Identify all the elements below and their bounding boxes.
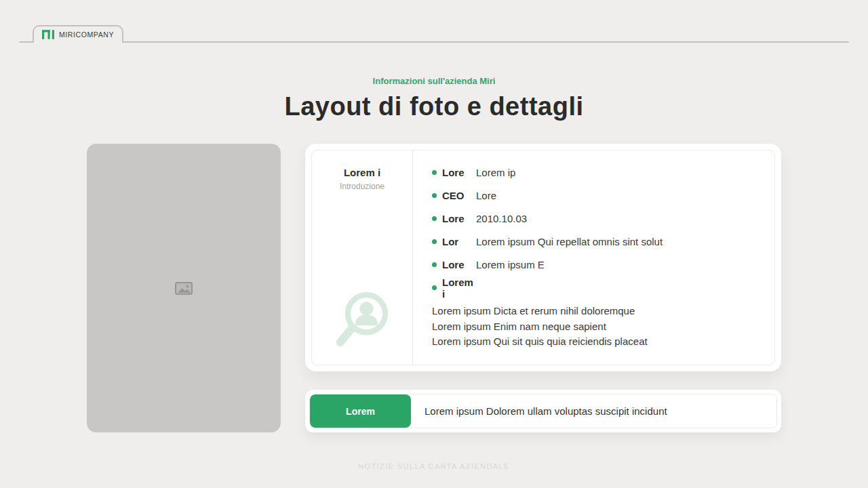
paragraph-line: Lorem ipsum Enim nam neque sapient xyxy=(432,319,761,335)
detail-value: Lore xyxy=(476,190,496,201)
detail-row: Lore Lorem ip xyxy=(432,165,761,180)
bullet-icon xyxy=(432,239,437,244)
detail-label: Lor xyxy=(442,236,476,247)
detail-value: Lorem ipsum E xyxy=(476,259,545,270)
paragraph-line: Lorem ipsum Dicta et rerum nihil dolorem… xyxy=(432,304,761,319)
eyebrow-text: Informazioni sull'azienda Miri xyxy=(0,76,868,86)
detail-label: Lore xyxy=(442,167,476,178)
photo-placeholder xyxy=(87,144,281,432)
cta-text: Lorem ipsum Dolorem ullam voluptas susci… xyxy=(425,394,667,428)
detail-row: Lorem i xyxy=(432,281,761,295)
details-paragraph: Lorem ipsum Dicta et rerum nihil dolorem… xyxy=(432,304,761,350)
bullet-icon xyxy=(432,193,437,198)
details-card: Lorem i Introduzione Lore Lorem ip CEO L… xyxy=(305,144,781,371)
detail-label: Lore xyxy=(442,213,476,224)
detail-row: Lor Lorem ipsum Qui repellat omnis sint … xyxy=(432,235,761,249)
details-column: Lore Lorem ip CEO Lore Lore 2010.10.03 L… xyxy=(413,150,774,365)
detail-value: Lorem ipsum Qui repellat omnis sint solu… xyxy=(476,236,663,247)
detail-row: Lore Lorem ipsum E xyxy=(432,258,761,272)
bullet-icon xyxy=(432,216,437,221)
person-search-icon xyxy=(331,286,393,355)
details-list: Lore Lorem ip CEO Lore Lore 2010.10.03 L… xyxy=(432,165,761,295)
detail-value: Lorem ip xyxy=(476,167,515,178)
bullet-icon xyxy=(432,170,437,175)
footer-note: NOTIZIE SULLA CARTA AZIENDALE xyxy=(0,462,868,470)
detail-value: 2010.10.03 xyxy=(476,213,527,224)
cta-button[interactable]: Lorem xyxy=(310,394,411,428)
profile-column: Lorem i Introduzione xyxy=(312,150,412,365)
image-placeholder-icon xyxy=(173,279,195,298)
detail-row: CEO Lore xyxy=(432,188,761,203)
company-tab[interactable]: MIRICOMPANY xyxy=(33,25,123,43)
paragraph-line: Lorem ipsum Qui sit quis quia reiciendis… xyxy=(432,334,761,350)
detail-row: Lore 2010.10.03 xyxy=(432,211,761,226)
bullet-icon xyxy=(432,262,437,267)
company-tab-label: MIRICOMPANY xyxy=(59,30,114,39)
detail-label: Lore xyxy=(442,259,476,270)
details-card-inner: Lorem i Introduzione Lore Lorem ip CEO L… xyxy=(311,150,775,365)
header-divider-line xyxy=(19,41,849,43)
cta-bar-inner: Lorem Lorem ipsum Dolorem ullam voluptas… xyxy=(309,394,777,428)
detail-label: CEO xyxy=(442,190,476,201)
bullet-icon xyxy=(432,285,437,290)
company-logo-icon xyxy=(42,30,54,39)
detail-label: Lorem i xyxy=(442,277,476,300)
cta-bar: Lorem Lorem ipsum Dolorem ullam voluptas… xyxy=(305,390,781,432)
profile-title: Lorem i xyxy=(344,165,380,180)
profile-subtitle: Introduzione xyxy=(340,182,384,191)
page-title: Layout di foto e dettagli xyxy=(0,92,868,121)
